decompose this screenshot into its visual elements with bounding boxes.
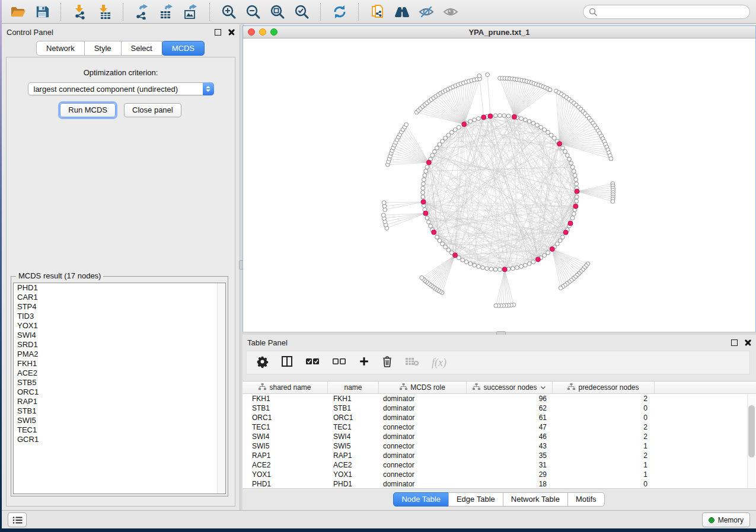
table-row[interactable]: TEC1TEC1connector472	[243, 422, 756, 432]
toolbar-separator	[209, 3, 210, 21]
tab-motifs[interactable]: Motifs	[567, 492, 605, 507]
find-icon[interactable]	[392, 2, 412, 21]
mcds-result-item[interactable]: YOX1	[14, 321, 225, 331]
tab-select[interactable]: Select	[121, 41, 162, 56]
mcds-result-item[interactable]: TEC1	[14, 425, 225, 435]
scrollbar-thumb[interactable]	[748, 405, 755, 457]
tree-icon	[567, 383, 575, 392]
control-panel-title: Control Panel	[7, 28, 53, 37]
mcds-result-item[interactable]: STB5	[14, 378, 225, 387]
open-icon[interactable]	[8, 2, 28, 21]
column-header-successor-nodes[interactable]: successor nodes	[467, 382, 553, 393]
mcds-result-item[interactable]: STB1	[14, 406, 225, 416]
mcds-result-item[interactable]: SWI5	[14, 416, 225, 425]
table-toolbar: f(x)	[246, 351, 750, 374]
table-row[interactable]: YOX1YOX1connector291	[243, 470, 756, 479]
task-history-button[interactable]	[8, 512, 27, 527]
mcds-result-item[interactable]: SRD1	[14, 340, 225, 350]
mcds-result-item[interactable]: RAP1	[14, 397, 225, 406]
mcds-result-item[interactable]: ACE2	[14, 368, 225, 378]
tree-icon	[400, 383, 407, 392]
mcds-result-item[interactable]: STP4	[14, 302, 225, 312]
deselect-all-icon[interactable]	[332, 357, 346, 368]
mcds-result-item[interactable]: SWI4	[14, 331, 225, 340]
close-panel-icon[interactable]	[745, 339, 751, 346]
split-column-icon[interactable]	[281, 355, 293, 370]
float-panel-icon[interactable]	[731, 339, 738, 346]
hide-selected-icon[interactable]	[416, 2, 436, 21]
import-table-icon[interactable]	[94, 2, 114, 21]
zoom-fit-icon[interactable]	[267, 2, 288, 21]
toolbar-separator	[320, 3, 321, 21]
export-network-icon[interactable]	[132, 2, 152, 21]
table-row[interactable]: PHD1PHD1dominator180	[243, 479, 756, 489]
mcds-panel: Optimization criterion: largest connecte…	[6, 57, 235, 507]
table-header: shared namenameMCDS rolesuccessor nodesp…	[243, 382, 756, 394]
column-header-name[interactable]: name	[328, 382, 379, 393]
criterion-value: largest connected component (undirected)	[28, 85, 203, 94]
tab-network-table[interactable]: Network Table	[503, 492, 568, 507]
search-input[interactable]	[601, 7, 744, 17]
add-row-icon[interactable]	[359, 356, 369, 369]
column-header-shared-name[interactable]: shared name	[243, 382, 328, 393]
export-image-icon[interactable]	[181, 2, 201, 21]
tree-icon	[473, 383, 480, 392]
table-row[interactable]: STB1STB1dominator620	[243, 403, 756, 413]
criterion-dropdown[interactable]: largest connected component (undirected)	[28, 82, 214, 95]
mcds-result-item[interactable]: ORC1	[14, 387, 225, 397]
mcds-result-list[interactable]: PHD1CAR1STP4TID3YOX1SWI4SRD1PMA2FKH1ACE2…	[13, 283, 226, 494]
sort-caret-icon[interactable]	[540, 383, 546, 392]
optimization-label: Optimization criterion:	[7, 68, 235, 77]
close-panel-button[interactable]: Close panel	[124, 103, 181, 117]
tab-node-table[interactable]: Node Table	[393, 492, 449, 507]
table-body: FKH1FKH1dominator962STB1STB1dominator620…	[243, 394, 756, 489]
toolbar-separator	[358, 3, 359, 21]
refresh-layout-icon[interactable]	[330, 2, 350, 21]
tab-style[interactable]: Style	[84, 41, 122, 56]
zoom-in-icon[interactable]	[219, 2, 239, 21]
run-mcds-button[interactable]: Run MCDS	[60, 103, 116, 117]
memory-status-icon	[709, 517, 714, 523]
column-header-MCDS-role[interactable]: MCDS role	[379, 382, 467, 393]
zoom-selected-icon[interactable]	[292, 2, 312, 21]
clear-table-icon	[405, 357, 419, 368]
delete-row-icon[interactable]	[382, 355, 393, 370]
select-all-icon[interactable]	[305, 357, 320, 368]
close-panel-icon[interactable]	[228, 29, 235, 36]
status-bar: Memory	[2, 510, 756, 528]
tab-edge-table[interactable]: Edge Table	[448, 492, 503, 507]
function-builder-icon: f(x)	[432, 357, 446, 369]
tab-network[interactable]: Network	[36, 41, 85, 56]
zoom-out-icon[interactable]	[243, 2, 263, 21]
gear-icon[interactable]	[256, 355, 269, 370]
table-row[interactable]: SWI4SWI4dominator462	[243, 432, 756, 441]
mcds-result-item[interactable]: TID3	[14, 312, 225, 321]
search-field[interactable]	[583, 5, 750, 19]
column-header-predecessor-nodes[interactable]: predecessor nodes	[553, 382, 655, 393]
column-header-filler	[655, 382, 756, 393]
save-icon[interactable]	[32, 2, 52, 21]
mcds-result-item[interactable]: GCR1	[14, 435, 225, 444]
show-all-icon[interactable]	[441, 2, 461, 21]
mcds-list-scrollbar[interactable]	[217, 283, 225, 493]
network-titlebar[interactable]: YPA_prune.txt_1	[243, 26, 755, 39]
table-row[interactable]: RAP1RAP1dominator352	[243, 451, 756, 460]
memory-label: Memory	[718, 516, 744, 524]
float-panel-icon[interactable]	[215, 29, 221, 36]
network-canvas[interactable]	[243, 39, 755, 332]
export-table-icon[interactable]	[157, 2, 177, 21]
table-row[interactable]: ACE2ACE2connector311	[243, 460, 756, 470]
tab-mcds[interactable]: MCDS	[162, 41, 205, 56]
memory-button[interactable]: Memory	[702, 512, 750, 527]
mcds-result-item[interactable]: PHD1	[14, 283, 225, 293]
mcds-result-item[interactable]: CAR1	[14, 293, 225, 302]
table-row[interactable]: FKH1FKH1dominator962	[243, 394, 756, 403]
mcds-result-item[interactable]: PMA2	[14, 350, 225, 359]
import-network-icon[interactable]	[70, 2, 90, 21]
table-row[interactable]: SWI5SWI5connector431	[243, 441, 756, 451]
table-scrollbar[interactable]	[747, 394, 755, 488]
table-row[interactable]: ORC1ORC1dominator610	[243, 413, 756, 422]
clone-network-icon[interactable]	[368, 2, 388, 21]
mcds-result-item[interactable]: FKH1	[14, 359, 225, 368]
tree-icon	[259, 383, 266, 392]
